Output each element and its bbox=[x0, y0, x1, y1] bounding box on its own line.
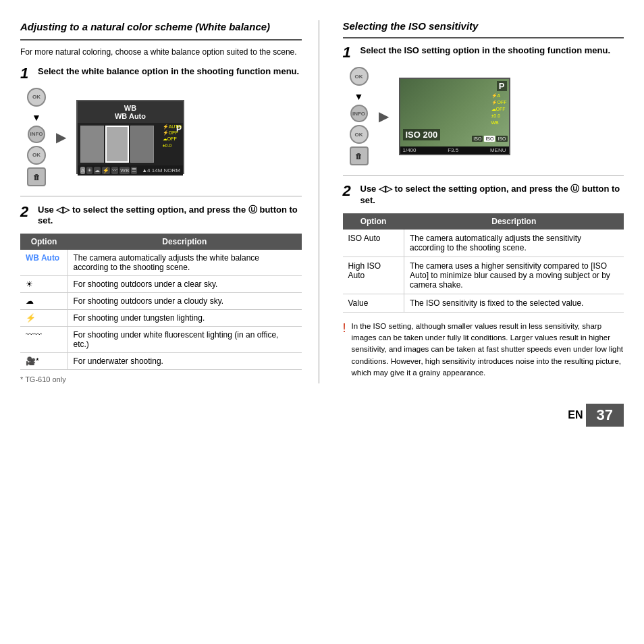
iso-arrow-right: ▶ bbox=[379, 108, 389, 124]
iso-menu: MENU bbox=[490, 147, 506, 153]
wb-options-table: Option Description WB AutoThe camera aut… bbox=[20, 234, 302, 370]
iso-screen-inner: P ⚡A ⚡OFF ☁OFF ±0.0 WB ISO 200 ISO ISO bbox=[400, 79, 509, 154]
iso-camera-illustration: OK ▼ INFO OK 🗑 ▶ P ⚡A ⚡OFF ☁OFF ±0.0 bbox=[350, 67, 624, 165]
left-step1-text: Select the white balance option in the s… bbox=[38, 66, 299, 78]
iso-note-text: In the ISO setting, although smaller val… bbox=[352, 321, 624, 379]
left-column: Adjusting to a natural color scheme (Whi… bbox=[20, 20, 319, 383]
left-step-divider bbox=[20, 196, 302, 196]
iso-aperture: F3.5 bbox=[448, 147, 458, 153]
wb-thumb-1 bbox=[80, 126, 104, 163]
iso-opt-200: ISO bbox=[484, 136, 495, 142]
wb-table-row: 〰〰For shooting under white fluorescent l… bbox=[20, 327, 302, 353]
page-footer: EN 37 bbox=[20, 404, 624, 427]
wb-camera-screen: WB WB Auto P ⚡AUTO ⚡OFF ☁OFF bbox=[76, 100, 184, 174]
wb-camera-buttons: OK ▼ INFO OK 🗑 bbox=[27, 88, 46, 186]
wb-thumb-3 bbox=[130, 126, 154, 163]
footer-en-label: EN bbox=[568, 409, 583, 421]
wb-icon-3: ☁OFF bbox=[163, 136, 182, 142]
iso-camera-buttons: OK ▼ INFO OK 🗑 bbox=[350, 67, 369, 165]
wb-option-cell: WB Auto bbox=[20, 250, 68, 276]
iso-table-col1: Option bbox=[343, 213, 404, 230]
iso-icon-2: ⚡OFF bbox=[491, 99, 507, 105]
iso-table-row: ISO AutoThe camera automatically adjusts… bbox=[343, 230, 624, 257]
wb-option-cell: ☁ bbox=[20, 293, 68, 310]
right-title-divider bbox=[343, 37, 624, 38]
right-step2-text: Use ◁▷ to select the setting option, and… bbox=[360, 184, 624, 207]
wb-option-cell: ⚡ bbox=[20, 310, 68, 327]
iso-icon-3: ☁OFF bbox=[491, 106, 507, 112]
wb-description-cell: For shooting outdoors under a cloudy sky… bbox=[68, 293, 302, 310]
wb-table-row: ☁For shooting outdoors under a cloudy sk… bbox=[20, 293, 302, 310]
left-title-divider bbox=[20, 39, 302, 41]
right-column: Selecting the ISO sensitivity 1 Select t… bbox=[340, 20, 624, 383]
wb-option-cell: 〰〰 bbox=[20, 327, 68, 353]
wb-description-cell: The camera automatically adjusts the whi… bbox=[68, 250, 302, 276]
wb-icon-cloud: ☁ bbox=[94, 167, 101, 174]
left-intro: For more natural coloring, choose a whit… bbox=[20, 47, 302, 57]
iso-table-col2: Description bbox=[404, 213, 624, 230]
right-section-title: Selecting the ISO sensitivity bbox=[343, 20, 624, 32]
iso-ok-btn-top: OK bbox=[350, 67, 369, 86]
wb-icon-1: ⚡AUTO bbox=[163, 124, 182, 130]
wb-icon-4: ±0.0 bbox=[163, 143, 182, 149]
wb-description-cell: For shooting under white fluorescent lig… bbox=[68, 327, 302, 353]
iso-info-btn: INFO bbox=[350, 105, 368, 122]
wb-ok-btn-mid: OK bbox=[27, 146, 46, 165]
wb-ok-btn-top: OK bbox=[27, 88, 46, 107]
right-step-divider bbox=[343, 175, 624, 176]
wb-icon-t: ⚡ bbox=[102, 167, 110, 174]
left-step2-text: Use ◁▷ to select the setting option, and… bbox=[38, 205, 302, 227]
iso-icons-col: ⚡A ⚡OFF ☁OFF ±0.0 WB bbox=[491, 92, 507, 126]
footer-page-number: 37 bbox=[586, 404, 624, 427]
left-step1-number: 1 bbox=[20, 66, 32, 81]
wb-screen-top: WB WB Auto bbox=[78, 101, 183, 123]
right-step2-header: 2 Use ◁▷ to select the setting option, a… bbox=[343, 184, 624, 207]
left-step1-header: 1 Select the white balance option in the… bbox=[20, 66, 302, 81]
iso-icon-5: WB bbox=[491, 119, 507, 126]
wb-screen-thumbnails bbox=[78, 123, 157, 165]
wb-option-cell: ☀ bbox=[20, 276, 68, 293]
wb-description-cell: For underwater shooting. bbox=[68, 353, 302, 370]
iso-option-cell: Value bbox=[343, 294, 404, 312]
down-arrow-1: ▼ bbox=[32, 112, 41, 123]
iso-icon-1: ⚡A bbox=[491, 92, 507, 99]
iso-camera-screen: P ⚡A ⚡OFF ☁OFF ±0.0 WB ISO 200 ISO ISO bbox=[399, 78, 510, 155]
wb-camera-illustration: OK ▼ INFO OK 🗑 ▶ WB WB Auto P bbox=[27, 88, 302, 186]
iso-option-cell: ISO Auto bbox=[343, 230, 404, 257]
wb-screen-body: P ⚡AUTO ⚡OFF ☁OFF ±0.0 bbox=[78, 123, 183, 165]
iso-options-row: ISO ISO ISO bbox=[472, 136, 507, 142]
iso-trash-btn: 🗑 bbox=[350, 146, 369, 165]
wb-option-cell: 🎥* bbox=[20, 353, 68, 370]
wb-footnote: * TG-610 only bbox=[20, 375, 302, 383]
wb-icon-wb2: WB bbox=[119, 167, 130, 174]
wb-icon-auto: A bbox=[80, 167, 85, 174]
wb-icon-menu: ☰ bbox=[131, 167, 137, 174]
wb-info-btn: INFO bbox=[28, 126, 45, 143]
wb-screen-label: WB WB Auto bbox=[115, 104, 146, 120]
wb-trash-btn: 🗑 bbox=[27, 167, 46, 186]
iso-table-row: High ISO AutoThe camera uses a higher se… bbox=[343, 257, 624, 294]
iso-shutter: 1/400 bbox=[403, 147, 417, 153]
wb-table-col2: Description bbox=[68, 234, 302, 250]
iso-table-row: ValueThe ISO sensitivity is fixed to the… bbox=[343, 294, 624, 312]
wb-description-cell: For shooting outdoors under a clear sky. bbox=[68, 276, 302, 293]
iso-icon-4: ±0.0 bbox=[491, 113, 507, 119]
iso-note-box: ! In the ISO setting, although smaller v… bbox=[343, 321, 624, 379]
left-step2-number: 2 bbox=[20, 205, 32, 219]
wb-arrow-right: ▶ bbox=[56, 129, 66, 145]
wb-table-row: ☀For shooting outdoors under a clear sky… bbox=[20, 276, 302, 293]
right-step1-text: Select the ISO setting option in the sho… bbox=[360, 45, 611, 57]
right-step1-header: 1 Select the ISO setting option in the s… bbox=[343, 45, 624, 60]
right-step1-number: 1 bbox=[343, 45, 355, 60]
iso-option-cell: High ISO Auto bbox=[343, 257, 404, 294]
right-step2-number: 2 bbox=[343, 184, 355, 198]
wb-table-row: 🎥*For underwater shooting. bbox=[20, 353, 302, 370]
wb-table-row: WB AutoThe camera automatically adjusts … bbox=[20, 250, 302, 276]
iso-description-cell: The camera automatically adjusts the sen… bbox=[404, 230, 624, 257]
left-section-title: Adjusting to a natural color scheme (Whi… bbox=[20, 20, 302, 34]
left-step2-header: 2 Use ◁▷ to select the setting option, a… bbox=[20, 205, 302, 227]
down-arrow-2: ▼ bbox=[354, 91, 364, 102]
wb-icon-2: ⚡OFF bbox=[163, 130, 182, 136]
iso-screen-top: P ⚡A ⚡OFF ☁OFF ±0.0 WB bbox=[489, 79, 509, 128]
iso-opt-100: ISO bbox=[472, 136, 483, 142]
